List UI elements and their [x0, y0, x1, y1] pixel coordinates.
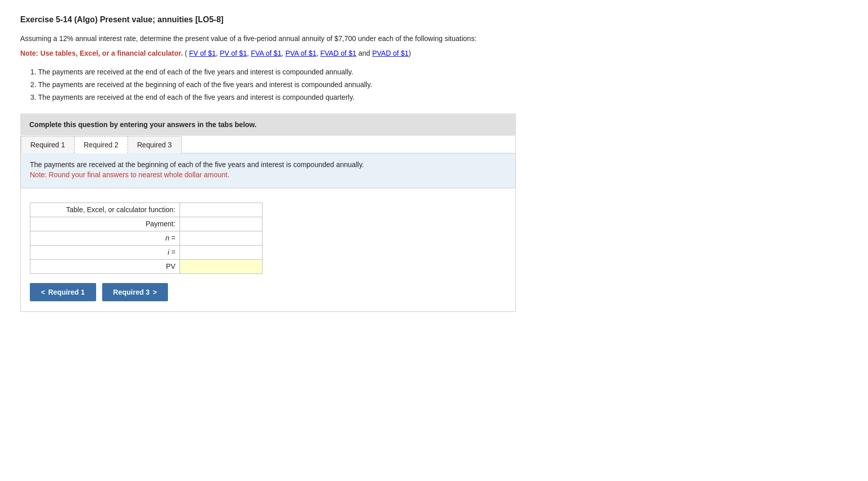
- tab-required-3[interactable]: Required 3: [127, 136, 182, 153]
- input-pv[interactable]: [180, 260, 262, 273]
- next-button[interactable]: Required 3: [102, 283, 168, 301]
- situation-3: 3. The payments are received at the end …: [30, 91, 848, 104]
- link-pvad-1[interactable]: PVAD of $1: [372, 49, 409, 57]
- table-row-i: i =: [30, 245, 263, 259]
- input-function[interactable]: [180, 203, 262, 217]
- table-row-n: n =: [30, 231, 263, 245]
- tab2-description-area: The payments are received at the beginni…: [21, 153, 515, 188]
- label-n: n =: [30, 231, 180, 245]
- prev-button[interactable]: Required 1: [30, 283, 96, 301]
- input-cell-payment: [180, 217, 262, 231]
- table-row-pv: PV: [30, 259, 263, 273]
- next-arrow: [153, 288, 157, 296]
- page-title: Exercise 5-14 (Algo) Present value; annu…: [20, 15, 848, 24]
- tab2-input-area: Table, Excel, or calculator function: Pa…: [21, 188, 515, 311]
- nav-buttons: Required 1 Required 3: [30, 283, 506, 301]
- tab-required-2[interactable]: Required 2: [74, 136, 128, 153]
- link-and: and: [358, 49, 372, 57]
- table-row-payment: Payment:: [30, 217, 263, 231]
- link-pva-1[interactable]: PVA of $1: [285, 49, 316, 57]
- prev-label: Required 1: [48, 288, 84, 296]
- input-cell-function: [180, 203, 262, 217]
- tabs-row: Required 1 Required 2 Required 3: [21, 136, 515, 153]
- input-n[interactable]: [180, 231, 262, 245]
- prev-arrow: [41, 288, 45, 296]
- link-fv-1[interactable]: FV of $1: [189, 49, 216, 57]
- intro-text: Assuming a 12% annual interest rate, det…: [20, 34, 476, 43]
- intro-paragraph: Assuming a 12% annual interest rate, det…: [20, 33, 848, 44]
- tabs-container: Required 1 Required 2 Required 3 The pay…: [20, 136, 516, 312]
- input-i[interactable]: [180, 246, 262, 259]
- label-i: i =: [30, 245, 180, 259]
- table-row-function: Table, Excel, or calculator function:: [30, 203, 263, 217]
- next-label: Required 3: [113, 288, 150, 296]
- complete-banner: Complete this question by entering your …: [20, 113, 516, 136]
- input-payment[interactable]: [180, 217, 262, 231]
- link-pv-1[interactable]: PV of $1: [220, 49, 247, 57]
- label-pv: PV: [30, 259, 180, 273]
- link-fvad-1[interactable]: FVAD of $1: [320, 49, 356, 57]
- label-payment: Payment:: [30, 217, 180, 231]
- note-label: Note: Use tables, Excel, or a financial …: [20, 49, 183, 57]
- label-function: Table, Excel, or calculator function:: [30, 203, 180, 217]
- tab2-description: The payments are received at the beginni…: [30, 161, 506, 169]
- tab2-note: Note: Round your final answers to neares…: [30, 171, 506, 179]
- input-cell-i: [180, 245, 262, 259]
- tab-required-1[interactable]: Required 1: [21, 136, 75, 153]
- situation-1: 1. The payments are received at the end …: [30, 66, 848, 78]
- link-fva-1[interactable]: FVA of $1: [251, 49, 281, 57]
- note-line: Note: Use tables, Excel, or a financial …: [20, 48, 848, 59]
- note-links-intro: (: [185, 49, 187, 57]
- input-cell-pv: [180, 259, 262, 273]
- input-cell-n: [180, 231, 262, 245]
- situation-2: 2. The payments are received at the begi…: [30, 78, 848, 91]
- input-table: Table, Excel, or calculator function: Pa…: [30, 203, 263, 274]
- situations-list: 1. The payments are received at the end …: [30, 66, 848, 104]
